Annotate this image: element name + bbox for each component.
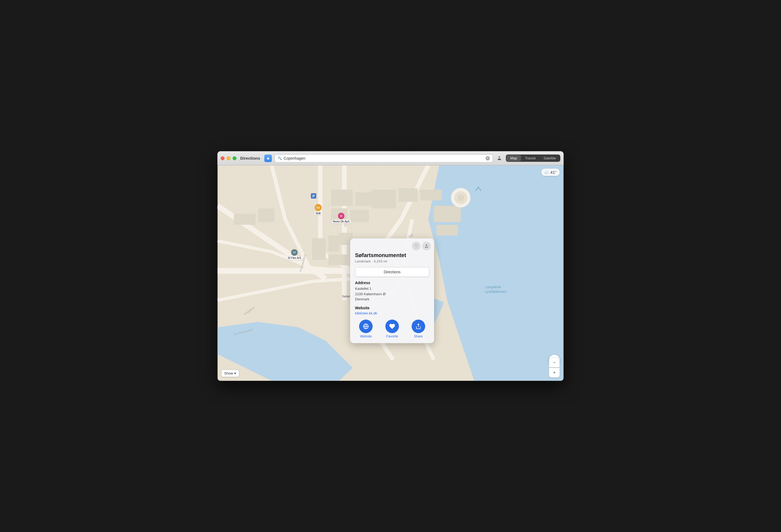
- card-top-actions: ♡: [350, 238, 434, 250]
- zoom-out-button[interactable]: −: [549, 358, 560, 367]
- window-title: Directions: [240, 156, 260, 161]
- show-chevron-icon: ▾: [234, 371, 236, 375]
- svg-rect-20: [437, 225, 458, 235]
- temperature: 41°: [550, 170, 557, 175]
- svg-rect-17: [399, 188, 418, 202]
- maximize-button[interactable]: [233, 157, 236, 160]
- svg-rect-13: [355, 192, 372, 206]
- website-section: Website bibliotek.kk.dk: [350, 302, 434, 315]
- show-label: Show: [224, 371, 233, 375]
- pin-skal-label: Skål: [315, 212, 322, 215]
- svg-rect-24: [328, 235, 339, 252]
- card-bottom-actions: Website Favorite: [350, 315, 434, 343]
- share-box-icon: [415, 323, 421, 329]
- svg-rect-22: [258, 209, 274, 222]
- card-body: Søfartsmonumentet Landmark · 4,243 mi: [350, 250, 434, 263]
- minimize-button[interactable]: [227, 157, 231, 160]
- favorite-action-label: Favorite: [386, 335, 398, 338]
- favorite-action-icon: [385, 320, 399, 333]
- tab-map[interactable]: Map: [506, 155, 521, 161]
- globe-icon: [363, 323, 369, 329]
- svg-rect-23: [312, 238, 326, 260]
- pin-sffilm-label: Sf Film A/S: [287, 256, 302, 260]
- address-title: Address: [355, 281, 429, 285]
- favorite-heart-button[interactable]: ♡: [412, 241, 420, 250]
- app-window: Directions 🔍 Copenhagen ✕ Map Transit Sa…: [217, 151, 564, 381]
- pin-parking: P: [311, 193, 316, 198]
- place-subtitle: Landmark · 4,243 mi: [355, 259, 429, 263]
- svg-rect-12: [331, 190, 353, 206]
- location-button[interactable]: [264, 154, 272, 162]
- svg-rect-15: [350, 210, 369, 222]
- zoom-in-button[interactable]: +: [549, 368, 560, 378]
- location-icon: [266, 157, 270, 160]
- share-button[interactable]: [496, 154, 503, 162]
- svg-rect-25: [328, 254, 347, 265]
- svg-text:Langelinie: Langelinie: [485, 285, 501, 289]
- search-clear-button[interactable]: ✕: [486, 156, 490, 161]
- favorite-action-button[interactable]: Favorite: [383, 320, 402, 338]
- heart-icon: [389, 323, 395, 329]
- directions-button[interactable]: Directions: [355, 267, 429, 277]
- card-share-icon: [425, 244, 428, 248]
- share-action-button[interactable]: Share: [409, 320, 428, 338]
- address-section: Address Kastellet 1 2100 København Ø Den…: [350, 277, 434, 302]
- close-button[interactable]: [221, 157, 224, 160]
- svg-rect-18: [420, 190, 442, 201]
- search-bar[interactable]: 🔍 Copenhagen ✕: [275, 154, 493, 162]
- map-area[interactable]: Indlevej Allé Langelinie Ved Nørreporten…: [217, 165, 564, 381]
- share-icon: [497, 156, 501, 161]
- address-text: Kastellet 1 2100 København Ø Denmark: [355, 286, 429, 302]
- pin-nesto-label: Nesto.Dk ApS: [332, 220, 351, 223]
- svg-point-28: [457, 194, 464, 201]
- map-view-tabs: Map Transit Satellite: [506, 154, 560, 162]
- share-action-icon: [412, 320, 425, 333]
- pin-nesto: M Nesto.Dk ApS: [332, 213, 351, 223]
- svg-rect-19: [434, 206, 461, 222]
- website-action-icon: [359, 320, 373, 333]
- search-input-value: Copenhagen: [284, 156, 484, 161]
- traffic-lights: [221, 157, 236, 160]
- search-icon: 🔍: [278, 156, 282, 160]
- website-title: Website: [355, 306, 429, 310]
- tab-transit[interactable]: Transit: [521, 155, 539, 161]
- titlebar: Directions 🔍 Copenhagen ✕ Map Transit Sa…: [217, 151, 564, 165]
- website-action-label: Website: [360, 335, 372, 338]
- info-card: ♡ Søfartsmonumentet Landmark · 4,243 mi …: [350, 238, 434, 343]
- weather-icon: ☁️: [543, 170, 549, 175]
- svg-text:Lystbådehavn: Lystbådehavn: [485, 290, 507, 294]
- show-dropdown[interactable]: Show ▾: [221, 370, 239, 377]
- website-link[interactable]: bibliotek.kk.dk: [355, 311, 429, 315]
- svg-rect-16: [372, 190, 396, 209]
- pin-sffilm: SF Sf Film A/S: [287, 249, 302, 260]
- zoom-controls: − +: [549, 358, 560, 378]
- pin-skal: 🍽 Skål: [315, 204, 322, 215]
- place-name: Søfartsmonumentet: [355, 252, 429, 258]
- tab-satellite[interactable]: Satellite: [540, 155, 560, 161]
- svg-rect-21: [234, 214, 255, 225]
- card-share-button[interactable]: [422, 241, 431, 250]
- share-action-label: Share: [414, 335, 423, 338]
- website-action-button[interactable]: Website: [356, 320, 375, 338]
- weather-badge: ☁️ 41°: [541, 169, 560, 176]
